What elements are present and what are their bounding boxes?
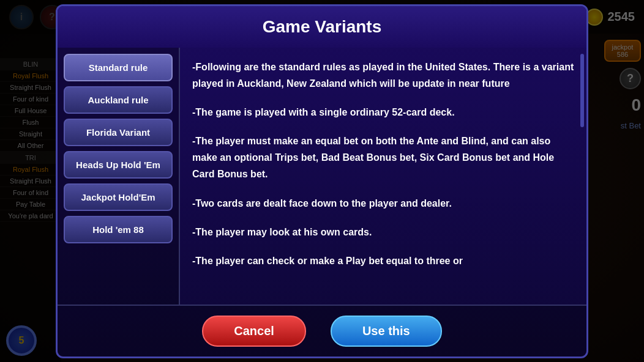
variant-auckland[interactable]: Auckland rule	[64, 86, 173, 114]
variant-florida[interactable]: Florida Variant	[64, 119, 173, 146]
variant-holdem88[interactable]: Hold 'em 88	[64, 216, 173, 243]
variant-headsup[interactable]: Heads Up Hold 'Em	[64, 151, 173, 179]
content-para-5: -The player can check or make a Play bet…	[192, 253, 574, 269]
cancel-button[interactable]: Cancel	[202, 316, 306, 347]
content-para-2: -The player must make an equal bet on bo…	[192, 133, 574, 183]
variant-list: Standard rule Auckland rule Florida Vari…	[58, 48, 180, 305]
modal-overlay: Game Variants Standard rule Auckland rul…	[0, 0, 644, 362]
content-para-3: -Two cards are dealt face down to the pl…	[192, 195, 574, 212]
modal-body: Standard rule Auckland rule Florida Vari…	[58, 48, 586, 305]
use-this-button[interactable]: Use this	[331, 316, 442, 347]
modal: Game Variants Standard rule Auckland rul…	[56, 4, 588, 358]
modal-footer: Cancel Use this	[58, 305, 586, 356]
content-para-0: -Following are the standard rules as pla…	[192, 59, 574, 92]
variant-jackpot[interactable]: Jackpot Hold'Em	[64, 183, 173, 211]
modal-title: Game Variants	[58, 6, 586, 48]
variant-standard[interactable]: Standard rule	[64, 54, 173, 81]
content-para-1: -The game is played with a single ordina…	[192, 104, 574, 120]
content-para-4: -The player may look at his own cards.	[192, 224, 574, 240]
variant-content: -Following are the standard rules as pla…	[180, 48, 586, 305]
scroll-indicator	[580, 54, 584, 127]
